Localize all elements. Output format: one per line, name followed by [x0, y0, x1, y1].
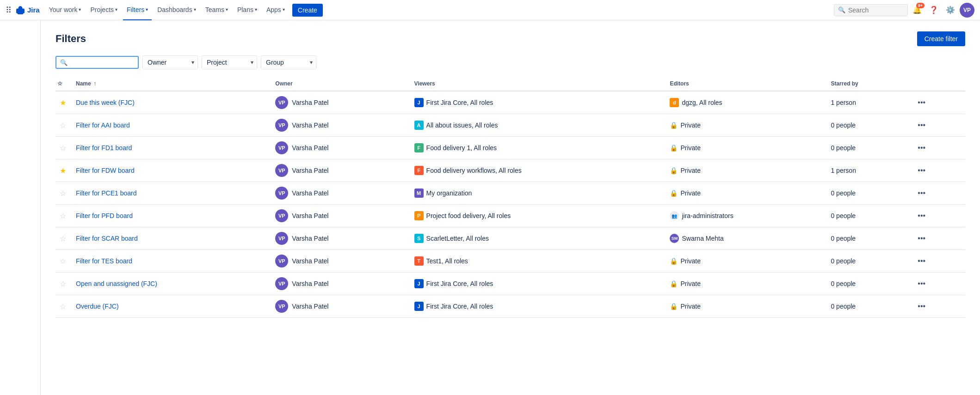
more-actions-button[interactable]: •••: [914, 187, 929, 199]
nav-your-work[interactable]: Your work ▾: [45, 0, 85, 20]
star-button[interactable]: ★: [60, 98, 66, 107]
star-button[interactable]: ★: [60, 166, 66, 175]
filter-name-link[interactable]: Overdue (FJC): [76, 303, 119, 310]
filter-name-link[interactable]: Filter for FDW board: [76, 167, 135, 174]
star-button[interactable]: ☆: [60, 302, 66, 311]
star-button[interactable]: ☆: [60, 280, 66, 288]
page-header: Filters Create filter: [55, 31, 965, 46]
table-row: ☆Filter for FD1 board VP Varsha Patel F …: [55, 137, 965, 159]
create-button[interactable]: Create: [292, 4, 323, 17]
col-viewers-header[interactable]: Viewers: [409, 77, 665, 91]
more-actions-button[interactable]: •••: [914, 97, 929, 109]
owner-name: Varsha Patel: [292, 167, 328, 174]
starred-by-cell: 0 people: [825, 114, 908, 137]
owner-name: Varsha Patel: [292, 144, 328, 152]
filter-name-link[interactable]: Filter for PFD board: [76, 212, 133, 219]
group-filter-wrapper: Group: [261, 55, 316, 69]
star-button[interactable]: ☆: [60, 121, 66, 130]
owner-name: Varsha Patel: [292, 257, 328, 265]
sidebar: [0, 20, 41, 395]
search-input[interactable]: [848, 6, 904, 14]
owner-cell: VP Varsha Patel: [275, 119, 403, 132]
lock-icon: 🔒: [670, 189, 678, 197]
chevron-down-icon: ▾: [146, 7, 148, 12]
nav-filters[interactable]: Filters ▾: [123, 0, 152, 20]
table-row: ☆Filter for SCAR board VP Varsha Patel S…: [55, 227, 965, 250]
viewer-label: Food delivery workflows, All roles: [426, 167, 522, 174]
star-header-icon: ☆: [57, 80, 62, 87]
star-button[interactable]: ☆: [60, 257, 66, 266]
viewer-cell: J First Jira Core, All roles: [414, 279, 659, 288]
jira-logo[interactable]: Jira: [15, 5, 40, 15]
editor-label: Private: [680, 167, 701, 174]
table-row: ☆Filter for PFD board VP Varsha Patel P …: [55, 205, 965, 227]
settings-button[interactable]: ⚙️: [943, 3, 958, 18]
editor-cell: 🔒 Private: [670, 257, 820, 265]
viewer-project-icon: M: [414, 188, 424, 198]
star-button[interactable]: ☆: [60, 144, 66, 152]
editor-label: Private: [680, 189, 701, 197]
nav-plans[interactable]: Plans ▾: [234, 0, 261, 20]
chevron-down-icon: ▾: [283, 7, 285, 12]
owner-avatar: VP: [275, 119, 288, 132]
more-actions-button[interactable]: •••: [914, 119, 929, 131]
col-starred-by-header[interactable]: Starred by: [825, 77, 908, 91]
owner-avatar: VP: [275, 187, 288, 200]
table-row: ☆Filter for PCE1 board VP Varsha Patel M…: [55, 182, 965, 205]
starred-by-cell: 0 people: [825, 273, 908, 295]
owner-cell: VP Varsha Patel: [275, 277, 403, 290]
filter-name-link[interactable]: Due this week (FJC): [76, 99, 135, 106]
star-button[interactable]: ☆: [60, 234, 66, 243]
search-bar[interactable]: 🔍: [834, 4, 908, 16]
starred-by-cell: 1 person: [825, 91, 908, 114]
owner-name: Varsha Patel: [292, 235, 328, 242]
filter-name-link[interactable]: Open and unassigned (FJC): [76, 280, 157, 287]
viewer-project-icon: J: [414, 279, 424, 288]
filter-name-link[interactable]: Filter for FD1 board: [76, 144, 132, 152]
nav-dashboards[interactable]: Dashboards ▾: [154, 0, 200, 20]
lock-icon: 🔒: [670, 257, 678, 265]
more-actions-button[interactable]: •••: [914, 278, 929, 290]
nav-teams[interactable]: Teams ▾: [202, 0, 232, 20]
chevron-down-icon: ▾: [194, 7, 196, 12]
help-button[interactable]: ❓: [926, 3, 941, 18]
filter-name-link[interactable]: Filter for SCAR board: [76, 235, 138, 242]
nav-projects[interactable]: Projects ▾: [86, 0, 121, 20]
star-button[interactable]: ☆: [60, 212, 66, 220]
page-title: Filters: [55, 33, 86, 45]
more-actions-button[interactable]: •••: [914, 210, 929, 222]
col-editors-header[interactable]: Editors: [664, 77, 825, 91]
owner-name: Varsha Patel: [292, 189, 328, 197]
editor-label: dgzg, All roles: [682, 99, 722, 106]
avatar[interactable]: VP: [960, 3, 974, 18]
grid-icon[interactable]: ⠿: [6, 5, 12, 15]
col-name-header[interactable]: Name ↑: [70, 77, 270, 91]
editor-cell: 🔒 Private: [670, 167, 820, 174]
notifications-button[interactable]: 🔔 9+: [910, 3, 925, 18]
owner-filter[interactable]: Owner: [142, 55, 198, 69]
more-actions-button[interactable]: •••: [914, 232, 929, 244]
chevron-down-icon: ▾: [115, 7, 117, 12]
more-actions-button[interactable]: •••: [914, 164, 929, 176]
owner-avatar: VP: [275, 209, 288, 222]
owner-name: Varsha Patel: [292, 122, 328, 129]
project-filter[interactable]: Project: [202, 55, 257, 69]
filter-search-input[interactable]: [70, 59, 134, 66]
viewer-project-icon: A: [414, 121, 424, 130]
filter-search-box[interactable]: 🔍: [55, 56, 139, 69]
filter-name-link[interactable]: Filter for PCE1 board: [76, 189, 137, 197]
more-actions-button[interactable]: •••: [914, 142, 929, 154]
filter-name-link[interactable]: Filter for TES board: [76, 257, 132, 265]
viewer-cell: M My organization: [414, 188, 659, 198]
more-actions-button[interactable]: •••: [914, 300, 929, 312]
col-owner-header[interactable]: Owner: [270, 77, 408, 91]
star-button[interactable]: ☆: [60, 189, 66, 198]
create-filter-button[interactable]: Create filter: [917, 31, 965, 46]
editor-cell: 🔒 Private: [670, 189, 820, 197]
viewer-cell: T Test1, All roles: [414, 256, 659, 266]
more-actions-button[interactable]: •••: [914, 255, 929, 267]
nav-apps[interactable]: Apps ▾: [263, 0, 289, 20]
group-filter[interactable]: Group: [261, 55, 316, 69]
filter-name-link[interactable]: Filter for AAI board: [76, 122, 130, 129]
viewer-cell: F Food delivery workflows, All roles: [414, 166, 659, 175]
